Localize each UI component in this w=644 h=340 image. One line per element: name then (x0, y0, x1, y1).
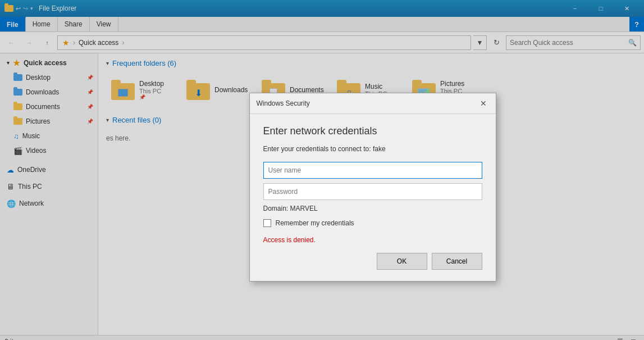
username-input[interactable] (263, 162, 482, 179)
ok-button[interactable]: OK (377, 253, 427, 270)
domain-label: Domain: MARVEL (263, 205, 482, 212)
modal-body: Enter network credentials Enter your cre… (250, 114, 496, 281)
error-message: Access is denied. (263, 236, 482, 244)
modal-subtext: Enter your credentials to connect to: fa… (263, 145, 482, 153)
modal-close-button[interactable]: ✕ (478, 98, 489, 109)
modal-title-label: Windows Security (257, 99, 310, 107)
password-input[interactable] (263, 183, 482, 200)
remember-credentials-label: Remember my credentials (276, 219, 354, 227)
modal-overlay: Windows Security ✕ Enter network credent… (0, 0, 644, 340)
remember-credentials-row: Remember my credentials (263, 219, 482, 227)
modal-title-bar: Windows Security ✕ (250, 93, 496, 114)
modal-buttons: OK Cancel (263, 253, 482, 270)
cancel-button[interactable]: Cancel (432, 253, 482, 270)
windows-security-dialog: Windows Security ✕ Enter network credent… (249, 93, 496, 282)
remember-credentials-checkbox[interactable] (263, 219, 271, 227)
modal-heading: Enter network credentials (263, 125, 482, 137)
